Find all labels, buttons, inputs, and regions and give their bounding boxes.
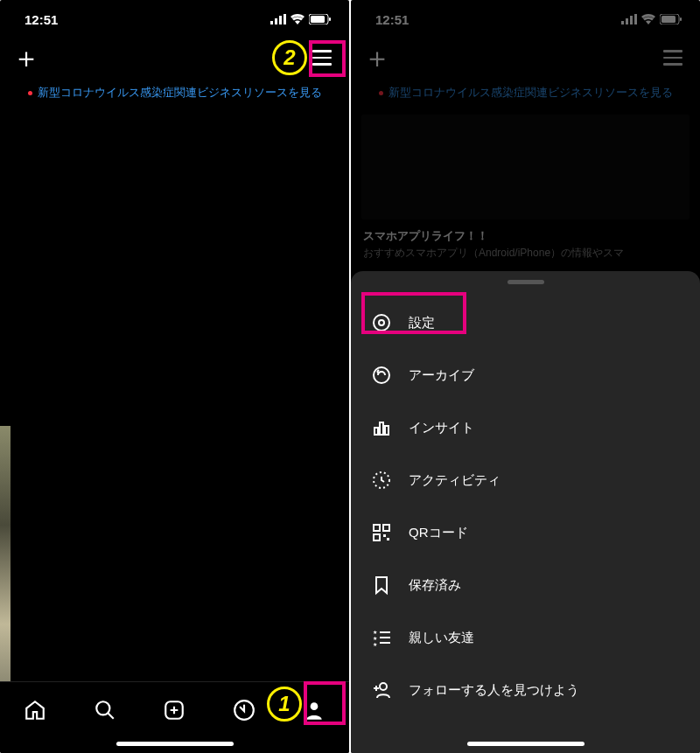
svg-line-8 bbox=[108, 713, 114, 719]
svg-rect-30 bbox=[374, 534, 380, 540]
battery-icon bbox=[660, 14, 682, 24]
menu-label: 親しい友達 bbox=[409, 630, 474, 646]
svg-rect-1 bbox=[275, 18, 277, 24]
create-icon bbox=[163, 699, 186, 722]
svg-rect-20 bbox=[680, 17, 682, 21]
menu-item-saved[interactable]: 保存済み bbox=[351, 559, 700, 611]
covid-banner[interactable]: 新型コロナウイルス感染症関連ビジネスリソースを見る bbox=[351, 77, 700, 111]
menu-button[interactable] bbox=[658, 43, 688, 73]
menu-item-discover-people[interactable]: フォローする人を見つけよう bbox=[351, 664, 700, 716]
svg-point-39 bbox=[380, 683, 387, 690]
menu-button[interactable] bbox=[307, 43, 337, 73]
banner-link-text: 新型コロナウイルス感染症関連ビジネスリソースを見る bbox=[388, 86, 673, 101]
phone-screenshot-1: 12:51 ＋ 新型コロナウイルス感染症関連ビジネスリソースを見る bbox=[0, 0, 349, 753]
menu-item-close-friends[interactable]: ★★★ 親しい友達 bbox=[351, 611, 700, 664]
insights-icon bbox=[370, 416, 393, 439]
svg-rect-2 bbox=[279, 16, 282, 24]
svg-rect-16 bbox=[630, 16, 633, 24]
status-indicators bbox=[621, 14, 682, 24]
nav-search[interactable] bbox=[80, 693, 130, 728]
bookmark-icon bbox=[370, 574, 393, 596]
add-icon[interactable]: ＋ bbox=[12, 44, 40, 72]
svg-rect-32 bbox=[387, 538, 389, 540]
search-icon bbox=[94, 699, 116, 722]
wifi-icon bbox=[641, 14, 655, 24]
svg-rect-25 bbox=[380, 422, 383, 435]
svg-rect-6 bbox=[329, 17, 331, 21]
qrcode-icon bbox=[370, 521, 393, 544]
menu-item-qrcode[interactable]: QRコード bbox=[351, 506, 700, 559]
svg-rect-26 bbox=[385, 426, 388, 435]
svg-rect-17 bbox=[634, 14, 637, 24]
profile-icon bbox=[303, 699, 326, 722]
menu-item-activity[interactable]: アクティビティ bbox=[351, 454, 700, 506]
phone-screenshot-2: 12:51 ＋ 新型コロナウイルス感染症関連ビジネスリソースを見る スマホアプリ… bbox=[351, 0, 700, 753]
home-icon bbox=[24, 699, 46, 722]
status-indicators bbox=[270, 14, 332, 24]
menu-label: アクティビティ bbox=[409, 472, 500, 489]
username-redacted bbox=[479, 49, 570, 66]
svg-point-23 bbox=[374, 367, 389, 383]
archive-icon bbox=[370, 364, 393, 387]
menu-label: 設定 bbox=[409, 315, 435, 331]
profile-bio: スマホアプリライフ！！ おすすめスマホアプリ（Android/iPhone）の情… bbox=[351, 223, 700, 261]
nav-create[interactable] bbox=[150, 693, 199, 728]
nav-home[interactable] bbox=[10, 693, 60, 728]
svg-text:★: ★ bbox=[373, 636, 377, 641]
annotation-badge-2: 2 bbox=[272, 40, 307, 75]
signal-icon bbox=[270, 14, 286, 24]
status-bar: 12:51 bbox=[351, 0, 700, 38]
menu-label: インサイト bbox=[409, 420, 474, 436]
wifi-icon bbox=[290, 14, 304, 24]
svg-rect-31 bbox=[383, 534, 386, 537]
menu-sheet: 設定 アーカイブ インサイト アクティビティ QRコード bbox=[351, 271, 700, 753]
banner-link-text: 新型コロナウイルス感染症関連ビジネスリソースを見る bbox=[38, 86, 322, 101]
nav-activity[interactable] bbox=[220, 693, 269, 728]
settings-icon bbox=[370, 311, 393, 334]
profile-top-bar: ＋ bbox=[351, 38, 700, 77]
battery-icon bbox=[309, 14, 332, 24]
profile-description: おすすめスマホアプリ（Android/iPhone）の情報やスマ bbox=[363, 246, 688, 261]
svg-point-13 bbox=[311, 702, 318, 710]
signal-icon bbox=[621, 14, 637, 24]
svg-rect-14 bbox=[621, 21, 624, 24]
menu-label: 保存済み bbox=[409, 577, 461, 594]
sheet-handle[interactable] bbox=[508, 280, 544, 284]
status-time: 12:51 bbox=[375, 12, 409, 27]
svg-rect-24 bbox=[374, 428, 378, 435]
activity-icon bbox=[233, 699, 256, 722]
svg-rect-5 bbox=[311, 16, 325, 23]
svg-rect-15 bbox=[626, 18, 628, 24]
activity-icon bbox=[370, 469, 393, 492]
menu-item-settings[interactable]: 設定 bbox=[351, 296, 700, 349]
menu-item-insights[interactable]: インサイト bbox=[351, 401, 700, 454]
covid-banner[interactable]: 新型コロナウイルス感染症関連ビジネスリソースを見る bbox=[0, 77, 349, 111]
photo-grid-edge bbox=[0, 426, 10, 723]
home-indicator[interactable] bbox=[116, 742, 234, 746]
add-icon[interactable]: ＋ bbox=[363, 44, 391, 72]
profile-name: スマホアプリライフ！！ bbox=[363, 228, 688, 244]
svg-rect-3 bbox=[284, 14, 286, 24]
svg-rect-29 bbox=[383, 525, 389, 531]
menu-label: アーカイブ bbox=[409, 367, 474, 384]
menu-label: QRコード bbox=[409, 525, 468, 541]
menu-item-archive[interactable]: アーカイブ bbox=[351, 349, 700, 401]
svg-rect-19 bbox=[662, 16, 676, 23]
annotation-badge-1: 1 bbox=[267, 687, 302, 722]
banner-dot-icon bbox=[28, 91, 32, 95]
svg-point-21 bbox=[374, 315, 389, 331]
home-indicator[interactable] bbox=[467, 742, 584, 746]
profile-header-block bbox=[361, 115, 690, 220]
svg-point-22 bbox=[379, 320, 384, 325]
svg-point-7 bbox=[96, 701, 109, 715]
svg-rect-0 bbox=[270, 21, 273, 24]
username-redacted[interactable] bbox=[128, 49, 220, 66]
add-person-icon bbox=[370, 679, 393, 701]
status-time: 12:51 bbox=[24, 12, 58, 27]
status-bar: 12:51 bbox=[0, 0, 349, 38]
banner-dot-icon bbox=[379, 91, 383, 95]
close-friends-icon: ★★★ bbox=[370, 626, 393, 649]
svg-text:★: ★ bbox=[373, 642, 377, 647]
svg-rect-28 bbox=[374, 525, 380, 531]
svg-text:★: ★ bbox=[373, 630, 377, 635]
